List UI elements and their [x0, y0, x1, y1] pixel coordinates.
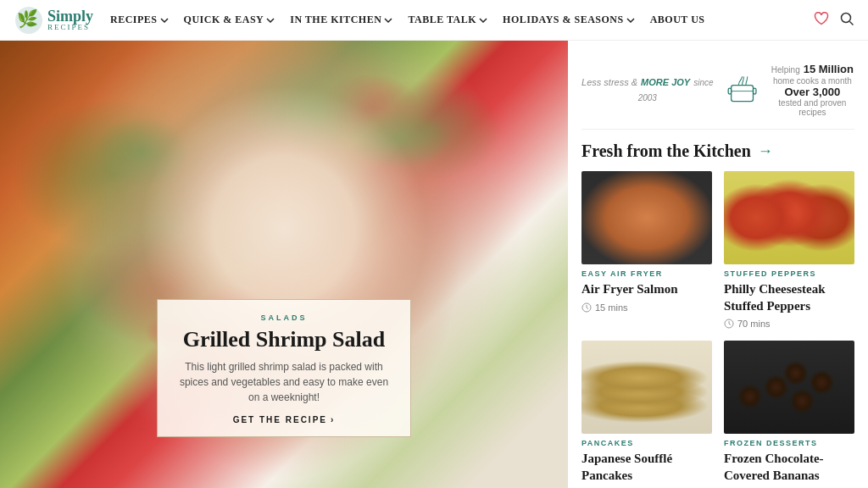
clock-icon [724, 319, 734, 329]
recipe-image-2 [581, 341, 712, 434]
main-layout: SALADS Grilled Shrimp Salad This light g… [0, 41, 868, 488]
clock-icon [581, 302, 592, 313]
recipe-image-3 [724, 341, 854, 434]
hero-section: SALADS Grilled Shrimp Salad This light g… [0, 41, 568, 488]
nav-quick-easy[interactable]: QUICK & EASY [184, 14, 275, 26]
recipe-card-2[interactable]: PANCAKES Japanese Soufflé Pancakes [581, 341, 712, 488]
recipe-thumb-2 [581, 341, 712, 434]
svg-rect-6 [753, 88, 755, 94]
svg-rect-5 [728, 88, 731, 94]
site-logo[interactable]: 🌿 Simply RECIPES [14, 5, 93, 36]
recipe-image-1 [724, 171, 854, 264]
hero-category: SALADS [175, 313, 393, 322]
hero-title: Grilled Shrimp Salad [175, 327, 393, 352]
nav-holidays[interactable]: HOLIDAYS & SEASONS [503, 14, 635, 26]
chevron-down-icon [160, 16, 169, 25]
header-icons [814, 11, 854, 30]
recipe-category-0: EASY AIR FRYER [581, 269, 712, 278]
main-nav: RECIPES QUICK & EASY IN THE KITCHEN TABL… [110, 14, 814, 26]
hero-caption: SALADS Grilled Shrimp Salad This light g… [157, 299, 411, 437]
recipe-time-0: 15 mins [581, 302, 712, 313]
recipe-thumb-3 [724, 341, 854, 434]
svg-rect-4 [731, 86, 753, 102]
recipe-category-1: STUFFED PEPPERS [724, 269, 854, 278]
heart-icon[interactable] [814, 12, 829, 29]
chevron-down-icon [266, 16, 275, 25]
svg-line-3 [850, 21, 854, 25]
recipe-card-1[interactable]: STUFFED PEPPERS Philly Cheesesteak Stuff… [724, 171, 854, 329]
svg-line-10 [587, 308, 588, 309]
logo-icon: 🌿 [14, 5, 44, 36]
recipe-grid: EASY AIR FRYER Air Fryer Salmon 15 mins … [581, 171, 854, 488]
recipe-thumb-0 [581, 171, 712, 264]
recipe-title-0: Air Fryer Salmon [581, 281, 712, 298]
right-panel: Less stress & MORE JOY since 2003 Helpin… [568, 41, 868, 488]
recipe-title-1: Philly Cheesesteak Stuffed Peppers [724, 281, 854, 314]
tagline-left: Less stress & MORE JOY since 2003 [581, 74, 714, 104]
recipe-category-3: FROZEN DESSERTS [724, 439, 854, 447]
svg-line-13 [729, 324, 731, 325]
hero-description: This light grilled shrimp salad is packe… [175, 359, 393, 405]
recipe-card-3[interactable]: FROZEN DESSERTS Frozen Chocolate-Covered… [724, 341, 854, 488]
pot-icon [724, 68, 760, 110]
site-header: 🌿 Simply RECIPES RECIPES QUICK & EASY IN… [0, 0, 868, 41]
chevron-down-icon [479, 16, 487, 25]
recipe-time-1: 70 mins [724, 319, 854, 329]
logo-simply: Simply [47, 8, 93, 24]
recipe-title-2: Japanese Soufflé Pancakes [581, 451, 712, 484]
fresh-heading[interactable]: Fresh from the Kitchen → [581, 141, 854, 161]
svg-point-2 [842, 13, 851, 22]
nav-in-kitchen[interactable]: IN THE KITCHEN [290, 14, 392, 26]
svg-text:🌿: 🌿 [17, 8, 38, 29]
nav-recipes[interactable]: RECIPES [110, 14, 169, 26]
fresh-arrow: → [758, 142, 773, 160]
tagline-bar: Less stress & MORE JOY since 2003 Helpin… [581, 54, 854, 130]
chevron-down-icon [626, 16, 635, 25]
recipe-card-0[interactable]: EASY AIR FRYER Air Fryer Salmon 15 mins [581, 171, 712, 329]
hero-cta-button[interactable]: GET THE RECIPE › [175, 415, 393, 424]
recipe-image-0 [581, 171, 712, 264]
recipe-thumb-1 [724, 171, 854, 264]
nav-table-talk[interactable]: TABLE TALK [408, 14, 487, 26]
chevron-down-icon [384, 16, 392, 25]
recipe-title-3: Frozen Chocolate-Covered Bananas [724, 451, 854, 484]
search-icon[interactable] [839, 11, 854, 30]
nav-about[interactable]: ABOUT US [650, 14, 705, 26]
tagline-right: Helping 15 Million home cooks a month Ov… [771, 61, 854, 117]
logo-recipes: RECIPES [47, 24, 93, 31]
recipe-category-2: PANCAKES [581, 439, 712, 447]
